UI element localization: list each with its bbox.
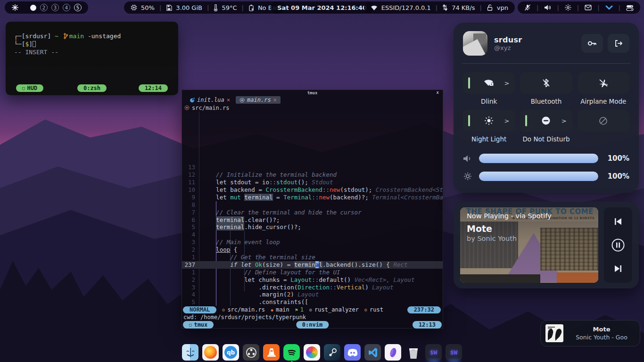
lua-icon (190, 98, 195, 103)
workspace-pill: 2345 (5, 1, 88, 14)
code-line[interactable]: 4 .margin(2) Layout (182, 291, 443, 298)
workspace-indicators[interactable]: 2345 (40, 4, 82, 11)
workspace-2[interactable]: 2 (40, 4, 48, 11)
code-line[interactable]: 2 loop { (182, 246, 443, 254)
code-line[interactable]: 12 // Initialize the terminal backend (182, 171, 443, 179)
cwd-line: cwd: /home/srdusr/projects/typerpunk (182, 313, 443, 321)
code-line[interactable]: 4 (182, 231, 443, 239)
workspace-5[interactable]: 5 (74, 4, 82, 11)
statusline-filetype: ⚙rust (364, 306, 383, 313)
chevron-down-icon[interactable] (605, 5, 613, 10)
toggle-night-light[interactable]: > (463, 110, 515, 132)
chevron-right-icon[interactable]: > (561, 117, 567, 124)
volume-value: 100% (605, 154, 629, 163)
pause-button[interactable] (611, 238, 625, 252)
toggle-label-airplane: Airplane Mode (578, 94, 629, 110)
terminal-cursor (33, 41, 36, 47)
brightness-slider[interactable] (479, 172, 598, 181)
dock-icon-discord[interactable] (344, 344, 361, 361)
tab-main-rs[interactable]: main.rs × (236, 96, 281, 104)
volume-slider-row: 100% (463, 151, 629, 165)
dock-icon-steam[interactable] (324, 344, 340, 361)
brightness-value: 100% (605, 172, 629, 181)
dock-icon-typerpunk-w1[interactable]: $W (425, 344, 442, 361)
dock-icon-kate[interactable] (385, 344, 401, 361)
code-line[interactable]: 9 let mut terminal = Terminal::new(backe… (182, 194, 443, 201)
dock-icon-trash[interactable] (405, 344, 421, 361)
tab-close-icon[interactable]: × (227, 97, 230, 103)
hud-session-pill[interactable]: □HUD (16, 84, 43, 92)
code-line[interactable]: 2 let chunks = Layout::default() Vec<Rec… (182, 276, 443, 284)
workspace-3[interactable]: 3 (51, 4, 59, 11)
tab-close-icon[interactable]: × (273, 97, 277, 103)
next-button[interactable] (613, 264, 623, 273)
code-line[interactable]: 5 terminal.hide_cursor()?; (182, 223, 443, 231)
workspace-4[interactable]: 4 (63, 4, 70, 11)
dock-icon-files[interactable] (182, 344, 198, 361)
dnd-icon (541, 116, 551, 125)
code-line-current[interactable]: 237 if let Ok(size) = terminal.backend()… (182, 261, 443, 269)
toggle-airplane-mode[interactable] (578, 72, 629, 94)
toggle-blocked[interactable] (578, 110, 629, 132)
statusline-git-branch: ◆main (271, 306, 289, 313)
code-line[interactable]: 8 (182, 201, 443, 209)
network-speed: 74 KB/s (452, 4, 475, 11)
tmux-session-pill[interactable]: □tmux (183, 321, 214, 329)
hud-window-pill[interactable]: 0:zsh (77, 84, 107, 92)
dock-icon-photos[interactable] (304, 344, 320, 361)
album-art: THE SHAPE OF PUNK TO COME A CHIMERICAL B… (460, 207, 598, 283)
tmux-editor-window[interactable]: tmux x init.lua × main.rs × src/main.rs … (182, 90, 443, 329)
lock-keys-button[interactable] (581, 34, 603, 53)
logout-button[interactable] (608, 34, 629, 53)
toggle-dlink[interactable]: > (463, 72, 515, 94)
code-line[interactable]: 3 // Main event loop (182, 239, 443, 246)
tmux-status-bar: □tmux 0:nvim 12:13 (182, 321, 443, 329)
code-line[interactable]: 11 let stdout = io::stdout(); Stdout (182, 179, 443, 186)
code-line[interactable]: 3 .direction(Direction::Vertical) Layout (182, 284, 443, 291)
statusline-lsp: ⚙rust_analyzer (309, 306, 359, 313)
toggle-do-not-disturb[interactable]: > (520, 110, 572, 132)
code-line[interactable]: 1 // Get the terminal size (182, 254, 443, 261)
distro-logo-icon (11, 4, 19, 11)
speaker-icon[interactable] (544, 4, 551, 11)
statusline-file: ⚙src/main.rs (222, 306, 265, 313)
code-line[interactable]: 13 (182, 164, 443, 171)
wifi-lock-icon (483, 78, 495, 88)
code-line[interactable]: 5 .constraints([ (182, 298, 443, 306)
code-editor-area[interactable]: 1312 // Initialize the terminal backend1… (182, 111, 443, 306)
previous-button[interactable] (613, 217, 623, 226)
dock-icon-vlc[interactable] (263, 344, 280, 361)
dock-icon-firefox[interactable] (202, 344, 219, 361)
volume-slider[interactable] (479, 154, 598, 163)
gear-icon[interactable] (565, 4, 571, 11)
notification-album-thumb (545, 324, 563, 342)
toggle-bluetooth[interactable] (520, 72, 572, 94)
notification-body: Sonic Youth - Goo (568, 334, 635, 341)
chevron-right-icon[interactable]: > (504, 80, 509, 87)
rust-icon (239, 98, 245, 103)
code-line[interactable]: 7 // Clear the terminal and hide the cur… (182, 209, 443, 216)
dock-icon-obs[interactable] (243, 344, 259, 361)
pause-icon (611, 238, 625, 252)
vi-mode-indicator: -- INSERT -- (14, 48, 170, 56)
chevron-right-icon[interactable]: > (504, 117, 509, 124)
dock-icon-spotify[interactable] (283, 344, 300, 361)
code-line[interactable]: 10 let backend = CrosstermBackend::new(s… (182, 186, 443, 194)
workspace-1-active-dot[interactable] (30, 5, 36, 11)
code-line[interactable]: 1 // Define layout for the UI (182, 269, 443, 276)
dock-icon-qbittorrent[interactable]: qb (223, 344, 239, 361)
memory-usage: 3.00 GiB (176, 4, 202, 11)
hud-terminal-window[interactable]: ┌─[srdusr] ~ main -unstaged └─[$] -- INS… (6, 22, 178, 95)
code-line[interactable]: 6 terminal.clear()?; (182, 216, 443, 224)
systray-icon[interactable] (626, 5, 634, 11)
tab-init-lua[interactable]: init.lua × (186, 96, 234, 104)
dock-icon-typerpunk-w2[interactable]: $W (446, 344, 462, 361)
tmux-window-pill[interactable]: 0:nvim (296, 321, 329, 329)
mic-muted-icon[interactable] (524, 4, 531, 11)
window-close-button[interactable]: x (437, 90, 439, 95)
dock-icon-vscode[interactable] (364, 344, 381, 361)
mail-icon[interactable] (585, 5, 592, 10)
window-title: tmux (307, 90, 318, 95)
toggle-label-night-light: Night Light (463, 132, 515, 148)
notification-toast[interactable]: Mote Sonic Youth - Goo (540, 320, 640, 346)
